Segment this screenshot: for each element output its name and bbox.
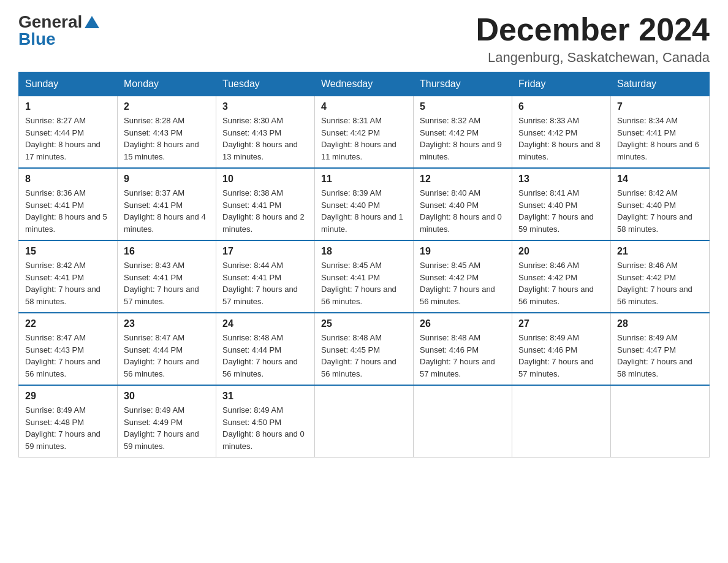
day-info: Sunrise: 8:44 AMSunset: 4:41 PMDaylight:… [222, 261, 298, 306]
day-info: Sunrise: 8:47 AMSunset: 4:43 PMDaylight:… [25, 333, 100, 378]
calendar-day-28: 28 Sunrise: 8:49 AMSunset: 4:47 PMDaylig… [611, 313, 710, 385]
calendar-day-10: 10 Sunrise: 8:38 AMSunset: 4:41 PMDaylig… [216, 168, 315, 240]
day-number: 18 [321, 246, 407, 257]
day-number: 4 [321, 101, 407, 112]
day-number: 26 [420, 318, 506, 329]
day-number: 5 [420, 101, 506, 112]
location-subtitle: Langenburg, Saskatchewan, Canada [476, 50, 710, 66]
day-number: 10 [222, 174, 308, 185]
day-number: 12 [420, 174, 506, 185]
calendar-day-11: 11 Sunrise: 8:39 AMSunset: 4:40 PMDaylig… [315, 168, 414, 240]
weekday-header-wednesday: Wednesday [315, 72, 414, 96]
title-block: December 2024 Langenburg, Saskatchewan, … [476, 12, 710, 66]
day-info: Sunrise: 8:48 AMSunset: 4:44 PMDaylight:… [222, 333, 298, 378]
day-number: 11 [321, 174, 407, 185]
day-info: Sunrise: 8:42 AMSunset: 4:41 PMDaylight:… [25, 261, 100, 306]
calendar-day-16: 16 Sunrise: 8:43 AMSunset: 4:41 PMDaylig… [118, 240, 216, 313]
empty-cell [315, 385, 414, 458]
day-number: 2 [124, 101, 210, 112]
day-number: 22 [25, 318, 111, 329]
day-info: Sunrise: 8:49 AMSunset: 4:47 PMDaylight:… [617, 333, 692, 378]
calendar-day-23: 23 Sunrise: 8:47 AMSunset: 4:44 PMDaylig… [118, 313, 216, 385]
day-info: Sunrise: 8:32 AMSunset: 4:42 PMDaylight:… [420, 116, 502, 161]
calendar-day-5: 5 Sunrise: 8:32 AMSunset: 4:42 PMDayligh… [414, 96, 512, 169]
day-info: Sunrise: 8:47 AMSunset: 4:44 PMDaylight:… [124, 333, 199, 378]
calendar-day-12: 12 Sunrise: 8:40 AMSunset: 4:40 PMDaylig… [414, 168, 512, 240]
day-info: Sunrise: 8:46 AMSunset: 4:42 PMDaylight:… [617, 261, 692, 306]
weekday-header-friday: Friday [512, 72, 611, 96]
calendar-day-15: 15 Sunrise: 8:42 AMSunset: 4:41 PMDaylig… [19, 240, 118, 313]
day-number: 14 [617, 174, 703, 185]
calendar-day-17: 17 Sunrise: 8:44 AMSunset: 4:41 PMDaylig… [216, 240, 315, 313]
day-number: 30 [124, 391, 210, 402]
calendar-week-2: 8 Sunrise: 8:36 AMSunset: 4:41 PMDayligh… [19, 168, 710, 240]
calendar-week-5: 29 Sunrise: 8:49 AMSunset: 4:48 PMDaylig… [19, 385, 710, 458]
day-info: Sunrise: 8:49 AMSunset: 4:46 PMDaylight:… [518, 333, 594, 378]
day-number: 31 [222, 391, 308, 402]
calendar-day-3: 3 Sunrise: 8:30 AMSunset: 4:43 PMDayligh… [216, 96, 315, 169]
calendar-day-6: 6 Sunrise: 8:33 AMSunset: 4:42 PMDayligh… [512, 96, 611, 169]
day-number: 3 [222, 101, 308, 112]
calendar-day-4: 4 Sunrise: 8:31 AMSunset: 4:42 PMDayligh… [315, 96, 414, 169]
calendar-day-8: 8 Sunrise: 8:36 AMSunset: 4:41 PMDayligh… [19, 168, 118, 240]
calendar-table: SundayMondayTuesdayWednesdayThursdayFrid… [18, 72, 710, 458]
calendar-day-20: 20 Sunrise: 8:46 AMSunset: 4:42 PMDaylig… [512, 240, 611, 313]
day-info: Sunrise: 8:28 AMSunset: 4:43 PMDaylight:… [124, 116, 199, 161]
day-info: Sunrise: 8:43 AMSunset: 4:41 PMDaylight:… [124, 261, 199, 306]
day-info: Sunrise: 8:34 AMSunset: 4:41 PMDaylight:… [617, 116, 699, 161]
day-number: 13 [518, 174, 604, 185]
day-info: Sunrise: 8:27 AMSunset: 4:44 PMDaylight:… [25, 116, 100, 161]
day-info: Sunrise: 8:42 AMSunset: 4:40 PMDaylight:… [617, 188, 692, 234]
calendar-day-9: 9 Sunrise: 8:37 AMSunset: 4:41 PMDayligh… [118, 168, 216, 240]
day-number: 6 [518, 101, 604, 112]
calendar-day-22: 22 Sunrise: 8:47 AMSunset: 4:43 PMDaylig… [19, 313, 118, 385]
calendar-day-21: 21 Sunrise: 8:46 AMSunset: 4:42 PMDaylig… [611, 240, 710, 313]
day-info: Sunrise: 8:31 AMSunset: 4:42 PMDaylight:… [321, 116, 396, 161]
day-number: 7 [617, 101, 703, 112]
calendar-day-18: 18 Sunrise: 8:45 AMSunset: 4:41 PMDaylig… [315, 240, 414, 313]
calendar-day-29: 29 Sunrise: 8:49 AMSunset: 4:48 PMDaylig… [19, 385, 118, 458]
day-number: 17 [222, 246, 308, 257]
day-info: Sunrise: 8:36 AMSunset: 4:41 PMDaylight:… [25, 188, 107, 234]
day-info: Sunrise: 8:49 AMSunset: 4:49 PMDaylight:… [124, 405, 199, 451]
day-number: 27 [518, 318, 604, 329]
calendar-day-26: 26 Sunrise: 8:48 AMSunset: 4:46 PMDaylig… [414, 313, 512, 385]
day-info: Sunrise: 8:39 AMSunset: 4:40 PMDaylight:… [321, 188, 403, 234]
month-title: December 2024 [476, 12, 710, 47]
day-info: Sunrise: 8:45 AMSunset: 4:42 PMDaylight:… [420, 261, 495, 306]
day-info: Sunrise: 8:37 AMSunset: 4:41 PMDaylight:… [124, 188, 206, 234]
day-info: Sunrise: 8:38 AMSunset: 4:41 PMDaylight:… [222, 188, 305, 234]
weekday-header-tuesday: Tuesday [216, 72, 315, 96]
weekday-header-monday: Monday [118, 72, 216, 96]
day-info: Sunrise: 8:33 AMSunset: 4:42 PMDaylight:… [518, 116, 601, 161]
calendar-day-24: 24 Sunrise: 8:48 AMSunset: 4:44 PMDaylig… [216, 313, 315, 385]
day-info: Sunrise: 8:48 AMSunset: 4:46 PMDaylight:… [420, 333, 495, 378]
weekday-header-saturday: Saturday [611, 72, 710, 96]
calendar-day-31: 31 Sunrise: 8:49 AMSunset: 4:50 PMDaylig… [216, 385, 315, 458]
empty-cell [414, 385, 512, 458]
day-number: 21 [617, 246, 703, 257]
calendar-header: SundayMondayTuesdayWednesdayThursdayFrid… [19, 72, 710, 96]
day-info: Sunrise: 8:49 AMSunset: 4:48 PMDaylight:… [25, 405, 100, 451]
calendar-day-27: 27 Sunrise: 8:49 AMSunset: 4:46 PMDaylig… [512, 313, 611, 385]
logo-blue-text: Blue [18, 29, 56, 48]
calendar-body: 1 Sunrise: 8:27 AMSunset: 4:44 PMDayligh… [19, 96, 710, 458]
day-info: Sunrise: 8:48 AMSunset: 4:45 PMDaylight:… [321, 333, 396, 378]
calendar-day-13: 13 Sunrise: 8:41 AMSunset: 4:40 PMDaylig… [512, 168, 611, 240]
day-info: Sunrise: 8:40 AMSunset: 4:40 PMDaylight:… [420, 188, 502, 234]
day-info: Sunrise: 8:30 AMSunset: 4:43 PMDaylight:… [222, 116, 298, 161]
day-number: 20 [518, 246, 604, 257]
calendar-week-4: 22 Sunrise: 8:47 AMSunset: 4:43 PMDaylig… [19, 313, 710, 385]
day-number: 29 [25, 391, 111, 402]
weekday-header-thursday: Thursday [414, 72, 512, 96]
logo-triangle-icon [85, 16, 99, 28]
day-number: 19 [420, 246, 506, 257]
calendar-day-19: 19 Sunrise: 8:45 AMSunset: 4:42 PMDaylig… [414, 240, 512, 313]
day-number: 28 [617, 318, 703, 329]
calendar-day-2: 2 Sunrise: 8:28 AMSunset: 4:43 PMDayligh… [118, 96, 216, 169]
calendar-day-30: 30 Sunrise: 8:49 AMSunset: 4:49 PMDaylig… [118, 385, 216, 458]
calendar-week-1: 1 Sunrise: 8:27 AMSunset: 4:44 PMDayligh… [19, 96, 710, 169]
calendar-day-7: 7 Sunrise: 8:34 AMSunset: 4:41 PMDayligh… [611, 96, 710, 169]
calendar-day-14: 14 Sunrise: 8:42 AMSunset: 4:40 PMDaylig… [611, 168, 710, 240]
empty-cell [512, 385, 611, 458]
